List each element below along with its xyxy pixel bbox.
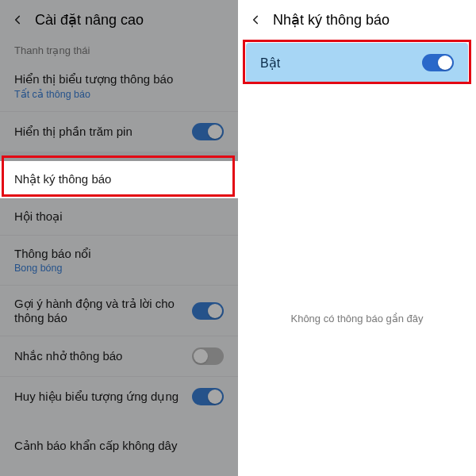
toggle-enable-log[interactable]	[422, 54, 454, 71]
row-label: Hiển thị phần trăm pin	[14, 125, 192, 139]
row-show-battery[interactable]: Hiển thị phần trăm pin	[0, 112, 238, 152]
section-label-status: Thanh trạng thái	[0, 36, 238, 61]
left-header: Cài đặt nâng cao	[0, 0, 238, 36]
empty-message: Không có thông báo gần đây	[238, 313, 476, 324]
row-suggest-actions[interactable]: Gợi ý hành động và trả lời cho thông báo	[0, 286, 238, 336]
row-show-notif-icons[interactable]: Hiển thị biểu tượng thông báo Tất cả thô…	[0, 61, 238, 112]
group-divider	[0, 152, 238, 161]
right-header: Nhật ký thông báo	[238, 0, 476, 36]
row-label: Nhắc nhở thông báo	[14, 349, 192, 363]
back-icon[interactable]	[10, 12, 25, 28]
row-wireless-emergency[interactable]: Cảnh báo khẩn cấp không dây	[0, 426, 238, 466]
notification-log-panel: Nhật ký thông báo Bật Không có thông báo…	[238, 0, 476, 476]
row-label: Hiển thị biểu tượng thông báo	[14, 72, 224, 86]
row-app-badge[interactable]: Huy hiệu biểu tượng ứng dụng	[0, 377, 238, 416]
right-header-title: Nhật ký thông báo	[273, 11, 390, 29]
back-icon[interactable]	[248, 12, 263, 28]
toggle-battery[interactable]	[192, 123, 224, 140]
left-header-title: Cài đặt nâng cao	[35, 11, 144, 29]
row-label: Huy hiệu biểu tượng ứng dụng	[14, 390, 192, 404]
row-label: Cảnh báo khẩn cấp không dây	[14, 439, 177, 452]
toggle-reminder[interactable]	[192, 347, 224, 365]
row-sub: Bong bóng	[14, 263, 224, 274]
row-label: Thông báo nổi	[14, 247, 224, 261]
enable-label: Bật	[260, 56, 280, 71]
row-notification-log[interactable]: Nhật ký thông báo	[0, 161, 238, 198]
row-label: Nhật ký thông báo	[14, 172, 224, 186]
row-label: Hội thoại	[14, 209, 224, 224]
row-label: Gợi ý hành động và trả lời cho thông báo	[14, 297, 192, 324]
toggle-suggest-actions[interactable]	[192, 302, 224, 320]
row-enable-log[interactable]: Bật	[246, 43, 468, 83]
toggle-badge[interactable]	[192, 388, 224, 405]
row-conversation[interactable]: Hội thoại	[0, 198, 238, 236]
row-floating-notif[interactable]: Thông báo nổi Bong bóng	[0, 236, 238, 286]
row-notif-reminder[interactable]: Nhắc nhở thông báo	[0, 336, 238, 377]
row-sub: Tất cả thông báo	[14, 88, 224, 100]
advanced-settings-panel: Cài đặt nâng cao Thanh trạng thái Hiển t…	[0, 0, 238, 476]
